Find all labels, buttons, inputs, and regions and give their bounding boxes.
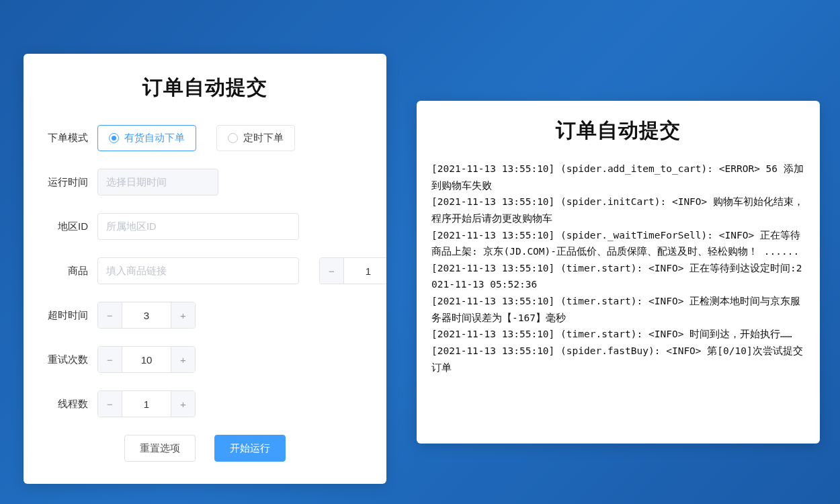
config-panel: 订单自动提交 下单模式 有货自动下单 定时下单 运行时间 地区ID 商品 − bbox=[24, 54, 386, 484]
reset-button[interactable]: 重置选项 bbox=[124, 435, 196, 462]
row-order-mode: 下单模式 有货自动下单 定时下单 bbox=[42, 124, 368, 151]
log-panel-title: 订单自动提交 bbox=[429, 117, 808, 144]
radio-auto-order[interactable]: 有货自动下单 bbox=[97, 125, 196, 151]
product-qty-stepper: − + bbox=[319, 257, 386, 284]
retry-plus-button[interactable]: + bbox=[171, 347, 195, 372]
radio-timed-label: 定时下单 bbox=[243, 132, 284, 144]
radio-dot-icon bbox=[109, 133, 119, 143]
row-product: 商品 − + bbox=[42, 257, 368, 284]
qty-input[interactable] bbox=[344, 258, 386, 284]
retry-stepper: − + bbox=[97, 346, 196, 373]
label-runtime: 运行时间 bbox=[42, 176, 97, 189]
row-runtime: 运行时间 bbox=[42, 169, 368, 196]
row-timeout: 超时时间 − + bbox=[42, 302, 368, 329]
order-mode-group: 有货自动下单 定时下单 bbox=[97, 125, 295, 151]
label-retry: 重试次数 bbox=[42, 353, 97, 366]
label-order-mode: 下单模式 bbox=[42, 132, 97, 144]
threads-input[interactable] bbox=[122, 391, 171, 417]
label-region: 地区ID bbox=[42, 220, 97, 233]
timeout-minus-button[interactable]: − bbox=[98, 302, 122, 328]
start-button[interactable]: 开始运行 bbox=[214, 435, 286, 462]
retry-minus-button[interactable]: − bbox=[98, 347, 122, 372]
radio-timed-order[interactable]: 定时下单 bbox=[216, 125, 295, 151]
radio-auto-label: 有货自动下单 bbox=[124, 132, 185, 144]
radio-dot-icon bbox=[228, 133, 238, 143]
timeout-stepper: − + bbox=[97, 302, 196, 329]
label-product: 商品 bbox=[42, 265, 97, 278]
timeout-plus-button[interactable]: + bbox=[171, 302, 195, 328]
region-input[interactable] bbox=[97, 213, 299, 240]
threads-minus-button[interactable]: − bbox=[98, 391, 122, 417]
product-link-input[interactable] bbox=[97, 257, 299, 284]
qty-minus-button[interactable]: − bbox=[320, 258, 344, 284]
row-region: 地区ID bbox=[42, 213, 368, 240]
label-timeout: 超时时间 bbox=[42, 309, 97, 322]
runtime-input[interactable] bbox=[97, 169, 218, 196]
log-panel: 订单自动提交 [2021-11-13 13:55:10] (spider.add… bbox=[417, 101, 820, 444]
panel-title: 订单自动提交 bbox=[42, 74, 368, 101]
label-threads: 线程数 bbox=[42, 398, 97, 411]
action-buttons: 重置选项 开始运行 bbox=[42, 435, 368, 462]
timeout-input[interactable] bbox=[122, 302, 171, 328]
threads-stepper: − + bbox=[97, 390, 196, 417]
retry-input[interactable] bbox=[122, 347, 171, 372]
row-threads: 线程数 − + bbox=[42, 390, 368, 417]
log-output[interactable]: [2021-11-13 13:55:10] (spider.add_item_t… bbox=[429, 159, 808, 433]
threads-plus-button[interactable]: + bbox=[171, 391, 195, 417]
row-retry: 重试次数 − + bbox=[42, 346, 368, 373]
